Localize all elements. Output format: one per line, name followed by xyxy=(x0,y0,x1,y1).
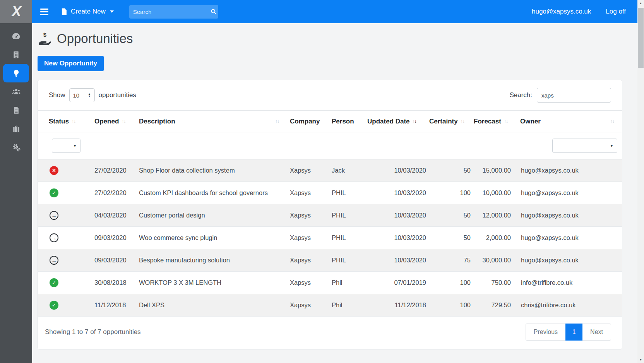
col-header-status[interactable]: Status xyxy=(38,111,91,132)
vertical-scrollbar[interactable]: ▲ ▼ xyxy=(637,0,644,363)
status-won-icon xyxy=(50,278,58,287)
status-in-progress-icon xyxy=(50,256,58,265)
sidebar-item-contacts[interactable] xyxy=(3,82,29,101)
cell-person: Jack xyxy=(329,159,364,182)
cell-owner: chris@trifibre.co.uk xyxy=(517,294,622,317)
topbar-search-input[interactable] xyxy=(133,9,210,15)
sort-icon xyxy=(122,119,125,124)
pagination-previous-button[interactable]: Previous xyxy=(526,324,565,341)
cell-owner: info@trifibre.co.uk xyxy=(517,272,622,294)
app-logo[interactable]: X xyxy=(0,0,32,23)
show-entries-value: 10 xyxy=(73,92,80,99)
col-header-description[interactable]: Description xyxy=(136,111,287,132)
cell-forecast: 729.50 xyxy=(471,294,517,317)
sidebar-item-settings[interactable] xyxy=(3,138,29,157)
sidebar-item-dashboard[interactable] xyxy=(3,27,29,45)
cell-opened: 27/02/2020 xyxy=(91,182,136,204)
cell-person: PHIL xyxy=(329,204,364,227)
cell-updated-date: 10/03/2020 xyxy=(364,204,426,227)
opportunity-row[interactable]: 09/03/2020 Bespoke manufacturing solutio… xyxy=(38,249,622,272)
cell-owner: hugo@xapsys.co.uk xyxy=(517,159,622,182)
scroll-up-arrow-icon[interactable]: ▲ xyxy=(637,0,644,7)
cell-company: Xapsys xyxy=(287,159,329,182)
cell-company: Xapsys xyxy=(287,204,329,227)
sidebar-item-projects[interactable] xyxy=(3,120,29,138)
cell-company: Xapsys xyxy=(287,272,329,294)
table-search-input[interactable] xyxy=(537,88,611,103)
status-lost-icon xyxy=(50,166,58,175)
topbar: Create New hugo@xapsys.co.uk Log off xyxy=(32,0,637,23)
cell-updated-date: 10/03/2020 xyxy=(364,182,426,204)
cell-owner: hugo@xapsys.co.uk xyxy=(517,227,622,249)
cell-updated-date: 10/03/2020 xyxy=(364,249,426,272)
pagination-next-button[interactable]: Next xyxy=(582,324,611,341)
owner-filter-select[interactable]: ▼ xyxy=(552,139,617,153)
cell-updated-date: 07/01/2019 xyxy=(364,272,426,294)
cell-certainty: 100 xyxy=(426,182,471,204)
cell-forecast: 2,000.00 xyxy=(471,227,517,249)
col-header-owner[interactable]: Owner xyxy=(517,111,622,132)
col-header-certainty[interactable]: Certainty xyxy=(426,111,471,132)
cell-company: Xapsys xyxy=(287,249,329,272)
sidebar-item-documents[interactable] xyxy=(3,101,29,120)
cell-forecast: 750.00 xyxy=(471,272,517,294)
cell-owner: hugo@xapsys.co.uk xyxy=(517,204,622,227)
new-document-icon xyxy=(61,8,67,15)
new-opportunity-button[interactable]: New Opportunity xyxy=(38,56,104,71)
status-in-progress-icon xyxy=(50,233,58,242)
opportunity-row[interactable]: 11/12/2018 Dell XPS Xapsys Phil 11/12/20… xyxy=(38,294,622,317)
cell-forecast: 15,000.00 xyxy=(471,159,517,182)
log-off-link[interactable]: Log off xyxy=(606,8,626,15)
cell-updated-date: 10/03/2020 xyxy=(364,227,426,249)
cell-person: PHIL xyxy=(329,182,364,204)
scroll-down-arrow-icon[interactable]: ▼ xyxy=(637,356,644,363)
cell-certainty: 50 xyxy=(426,204,471,227)
opportunity-row[interactable]: 27/02/2020 Shop Floor data collection sy… xyxy=(38,159,622,182)
col-header-opened[interactable]: Opened xyxy=(91,111,136,132)
cell-owner: hugo@xapsys.co.uk xyxy=(517,249,622,272)
cell-company: Xapsys xyxy=(287,294,329,317)
cell-forecast: 30,000.00 xyxy=(471,249,517,272)
cell-certainty: 50 xyxy=(426,227,471,249)
opportunity-row[interactable]: 27/02/2020 Custom KPI dashboards for sch… xyxy=(38,182,622,204)
topbar-search-box xyxy=(129,5,218,19)
pagination-page-1-button[interactable]: 1 xyxy=(565,324,582,341)
sidebar-item-companies[interactable] xyxy=(3,45,29,64)
search-icon[interactable] xyxy=(210,8,217,15)
cell-opened: 27/02/2020 xyxy=(91,159,136,182)
cell-person: PHIL xyxy=(329,249,364,272)
cell-person: Phil xyxy=(329,294,364,317)
header-row: Status Opened Description Company Person… xyxy=(38,111,622,132)
opportunity-row[interactable]: 04/03/2020 Customer portal design Xapsys… xyxy=(38,204,622,227)
opportunity-row[interactable]: 09/03/2020 Woo commerce sync plugin Xaps… xyxy=(38,227,622,249)
create-new-dropdown[interactable]: Create New xyxy=(61,8,114,15)
status-in-progress-icon xyxy=(50,211,58,220)
cell-opened: 30/08/2018 xyxy=(91,272,136,294)
status-filter-select[interactable]: ▼ xyxy=(52,139,80,153)
col-header-forecast[interactable]: Forecast xyxy=(471,111,517,132)
cell-description: Bespoke manufacturing solution xyxy=(136,249,287,272)
opportunities-card: Show 10 ▲▼ opportunities Search: Status … xyxy=(38,80,622,349)
table-footer: Showing 1 to 7 of 7 opportunities Previo… xyxy=(38,317,622,349)
scrollbar-thumb[interactable] xyxy=(638,8,644,68)
document-icon xyxy=(12,106,20,115)
user-email-link[interactable]: hugo@xapsys.co.uk xyxy=(532,8,591,15)
cell-description: Dell XPS xyxy=(136,294,287,317)
caret-down-icon xyxy=(110,10,114,13)
briefcase-icon xyxy=(12,125,21,133)
opportunity-row[interactable]: 30/08/2018 WORKTOP 3 X 3M LENGTH Xapsys … xyxy=(38,272,622,294)
menu-toggle-button[interactable] xyxy=(39,7,50,17)
cell-owner: hugo@xapsys.co.uk xyxy=(517,182,622,204)
cell-company: Xapsys xyxy=(287,182,329,204)
sidebar-nav xyxy=(0,23,32,157)
cell-updated-date: 10/03/2020 xyxy=(364,159,426,182)
sidebar-item-opportunities[interactable] xyxy=(3,64,29,82)
cell-description: Shop Floor data collection system xyxy=(136,159,287,182)
col-header-updated-date[interactable]: Updated Date xyxy=(364,111,426,132)
opportunities-table: Status Opened Description Company Person… xyxy=(38,110,622,317)
cell-certainty: 100 xyxy=(426,272,471,294)
cell-person: Phil xyxy=(329,272,364,294)
building-icon xyxy=(12,50,20,59)
show-entries-select[interactable]: 10 ▲▼ xyxy=(69,88,95,102)
cell-description: Woo commerce sync plugin xyxy=(136,227,287,249)
